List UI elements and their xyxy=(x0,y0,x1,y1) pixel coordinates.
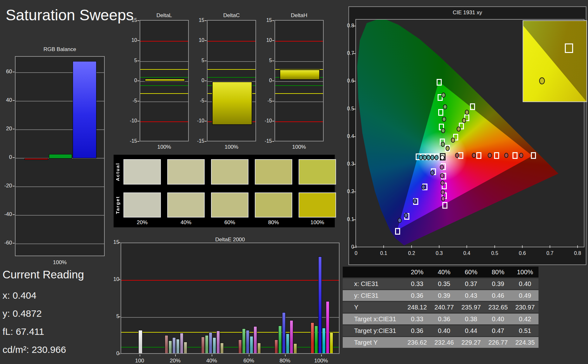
measured-dot-cyan xyxy=(423,155,427,160)
measured-dot-yellow xyxy=(457,127,461,132)
deltae-bar xyxy=(184,342,187,354)
deltae-bar xyxy=(330,332,333,354)
ref-line-green xyxy=(275,85,323,86)
tick-stub xyxy=(13,214,15,215)
measured-dot-cyan xyxy=(426,155,431,160)
swatch-actual-80% xyxy=(255,159,292,185)
deltae-bar xyxy=(294,343,297,354)
swatch-actual-60% xyxy=(211,159,248,185)
table-cell: 248.12 xyxy=(404,302,431,313)
tick-stub xyxy=(285,354,286,356)
measured-dot-red xyxy=(504,153,508,158)
grid-line xyxy=(140,101,188,102)
rgb-y-tick-label: 0 xyxy=(0,154,12,160)
swatch-col-label: 60% xyxy=(211,219,248,226)
deltae-bar xyxy=(318,257,322,354)
measured-dot-red xyxy=(488,153,492,158)
tick-stub xyxy=(205,61,207,61)
rgb-y-tick-label: -20 xyxy=(0,183,12,189)
deltae-bar xyxy=(314,326,318,354)
table-row-marker xyxy=(343,278,352,289)
measured-dot-magenta xyxy=(441,196,445,201)
table-cell: 0.33 xyxy=(404,314,431,324)
ref-line-red xyxy=(121,280,339,281)
delta-bar xyxy=(212,81,252,125)
target-square-red xyxy=(476,152,481,159)
table-header-20%: 20% xyxy=(404,267,431,277)
measured-dot-magenta xyxy=(441,190,445,195)
swatch-actual-40% xyxy=(167,159,205,185)
deltae-x-label: 20% xyxy=(164,358,186,364)
actual-vs-target-swatch-panel: ActualTarget20%40%60%80%100% xyxy=(114,155,335,227)
swatch-col-label: 20% xyxy=(123,219,161,226)
delta-y-tick-label: -15 xyxy=(125,138,137,144)
swatch-target-40% xyxy=(167,192,205,218)
rgb-balance-title: RGB Balance xyxy=(15,46,105,53)
tick-stub xyxy=(205,101,207,101)
delta-y-tick-label: 0 xyxy=(260,78,272,83)
ref-line-green xyxy=(121,347,339,348)
target-square-blue xyxy=(395,228,400,235)
tick-stub xyxy=(137,20,139,21)
table-row: x: CIE310.330.350.370.390.40 xyxy=(343,278,538,289)
table-row: Target y:CIE310.360.400.440.470.51 xyxy=(343,325,538,336)
tick-stub xyxy=(13,243,15,244)
table-row: y: CIE310.360.390.430.460.49 xyxy=(343,290,538,301)
deltae-bar xyxy=(311,322,314,354)
axis-tick xyxy=(353,53,355,54)
tick-stub xyxy=(205,141,207,142)
delta-plot-deltal xyxy=(140,20,189,141)
deltae-bar xyxy=(322,328,326,354)
measured-dot-green xyxy=(442,117,446,122)
delta-bar xyxy=(145,79,185,81)
ref-line-red xyxy=(275,121,323,122)
deltae-bar xyxy=(216,331,220,354)
table-header-row: 20%40%60%80%100% xyxy=(343,267,538,277)
delta-y-tick-label: -10 xyxy=(125,118,137,124)
deltae-bar xyxy=(213,337,216,354)
table-cell: 0.43 xyxy=(458,290,485,301)
swatch-row-label: Actual xyxy=(115,159,120,185)
delta-y-tick-label: 10 xyxy=(125,37,137,43)
deltae2000-plot xyxy=(121,243,340,354)
cie-1931-panel: CIE 1931 xy 00.10.20.30.40.50.60.70.800.… xyxy=(348,6,586,265)
axis-tick xyxy=(353,219,355,220)
grid-line xyxy=(121,317,339,318)
axis-tick xyxy=(353,247,355,248)
table-corner-cell xyxy=(343,267,352,277)
grid-line xyxy=(275,61,323,62)
ref-line-yellow xyxy=(121,332,339,333)
delta-y-tick-label: -10 xyxy=(260,118,272,124)
table-row-marker xyxy=(343,325,352,336)
swatch-target-80% xyxy=(255,192,292,218)
delta-y-tick-label: 15 xyxy=(192,17,204,23)
tick-stub xyxy=(249,354,249,356)
deltae-bar xyxy=(238,340,242,354)
rgb-y-tick-label: 20 xyxy=(0,126,12,132)
measured-dot-yellow xyxy=(446,146,450,151)
axis-tick xyxy=(466,245,467,248)
swatch-col-label: 40% xyxy=(167,219,205,226)
delta-x-label: 100% xyxy=(274,144,324,150)
table-cell: 232.65 xyxy=(485,302,512,313)
target-square-green xyxy=(438,109,443,116)
table-cell: 0.44 xyxy=(458,325,485,336)
rgb-balance-plot xyxy=(15,56,105,256)
deltae-bar xyxy=(278,326,282,354)
ref-line-red xyxy=(140,121,188,122)
delta-y-tick-label: 0 xyxy=(192,78,204,83)
tick-stub xyxy=(272,81,274,81)
measured-dot-cyan xyxy=(419,155,423,160)
measured-dot-blue xyxy=(413,198,417,204)
deltae-y-tick-label: 5 xyxy=(107,313,119,320)
axis-tick xyxy=(353,164,355,165)
axis-tick xyxy=(522,245,523,248)
yellow-sweep-zoom-inset xyxy=(523,20,587,102)
swatch-target-100% xyxy=(299,192,336,218)
measured-dot-yellow xyxy=(462,118,466,123)
cie-x-tick-label: 0.8 xyxy=(571,250,584,256)
table-cell: 235.97 xyxy=(458,302,485,313)
table-cell: 232.46 xyxy=(431,337,458,348)
tick-stub xyxy=(272,101,274,101)
delta-y-tick-label: 15 xyxy=(125,17,137,23)
